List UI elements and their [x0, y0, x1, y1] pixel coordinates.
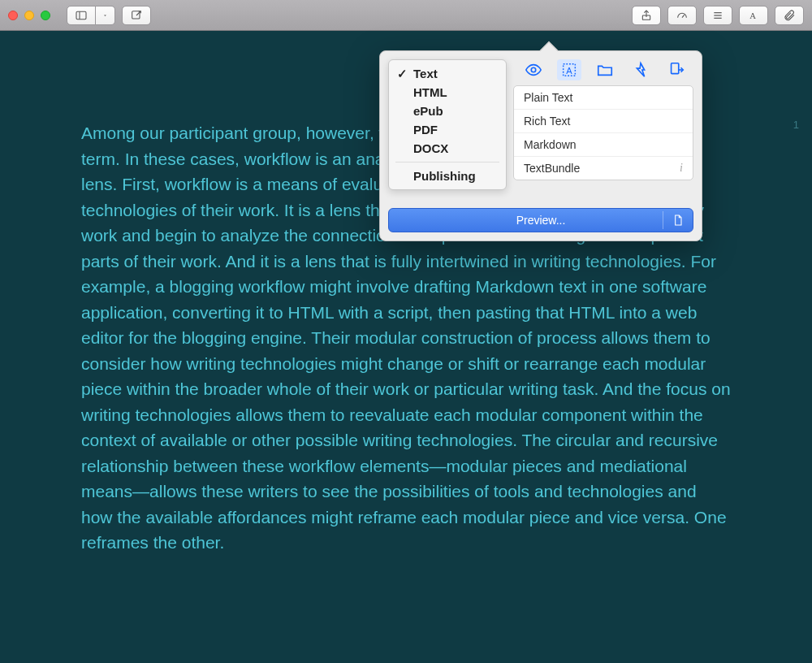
sidebar-dropdown[interactable] [96, 6, 115, 25]
list-item-label: Markdown [524, 138, 577, 151]
export-icon-row: A [513, 59, 693, 85]
lines-icon [711, 9, 724, 22]
svg-rect-2 [132, 11, 140, 18]
toolbar: A [0, 0, 812, 31]
doc-export-icon [667, 61, 686, 79]
list-item-label: Rich Text [524, 115, 570, 128]
format-dropdown: Text HTML ePub PDF DOCX Publishing [388, 59, 507, 190]
send-button[interactable] [664, 59, 689, 80]
folder-icon [595, 61, 615, 79]
select-all-icon: A [559, 61, 579, 79]
fullscreen-window-button[interactable] [41, 11, 50, 20]
paperclip-icon [783, 9, 796, 22]
font-button[interactable]: A [739, 6, 768, 25]
popover-right: A Plain Text Rich Text Markdown TextBund… [513, 59, 693, 180]
list-item-textbundle[interactable]: TextBundlei [514, 157, 693, 180]
document-icon [672, 214, 685, 227]
svg-text:A: A [566, 66, 572, 76]
popover-arrow [538, 41, 559, 51]
eye-icon [524, 61, 543, 79]
compose-button[interactable] [122, 6, 151, 25]
stats-button[interactable] [667, 6, 697, 25]
svg-point-8 [531, 67, 536, 72]
sidebar-toggle[interactable] [67, 6, 96, 25]
compose-icon [130, 9, 143, 22]
share-icon [640, 9, 653, 22]
list-item-plaintext[interactable]: Plain Text [514, 86, 693, 110]
app-arrow-icon [631, 61, 650, 79]
preview-button-label: Preview... [516, 214, 566, 227]
list-item-label: TextBundle [524, 162, 580, 175]
preview-button[interactable]: Preview... [388, 208, 693, 232]
save-button[interactable] [593, 59, 617, 80]
list-item-label: Plain Text [524, 91, 572, 104]
page-number: 1 [793, 119, 799, 131]
minimize-window-button[interactable] [24, 11, 34, 20]
format-item-pdf[interactable]: PDF [389, 120, 506, 139]
svg-rect-11 [672, 63, 679, 74]
info-icon[interactable]: i [680, 162, 683, 175]
close-window-button[interactable] [8, 11, 18, 20]
format-item-epub[interactable]: ePub [389, 102, 506, 120]
gauge-icon [676, 9, 689, 22]
format-item-text[interactable]: Text [389, 64, 506, 83]
outline-button[interactable] [703, 6, 732, 25]
format-item-html[interactable]: HTML [389, 83, 506, 102]
font-icon: A [747, 9, 760, 22]
format-item-docx[interactable]: DOCX [389, 139, 506, 158]
open-in-button[interactable] [628, 59, 653, 80]
traffic-lights [8, 11, 50, 20]
format-item-publishing[interactable]: Publishing [389, 167, 506, 185]
svg-text:A: A [749, 11, 756, 20]
svg-rect-0 [76, 11, 86, 19]
export-popover: Text HTML ePub PDF DOCX Publishing A [379, 50, 702, 241]
list-item-richtext[interactable]: Rich Text [514, 110, 693, 133]
copy-button[interactable]: A [557, 59, 581, 80]
chevron-down-icon [102, 9, 108, 22]
quicklook-button[interactable] [521, 59, 546, 80]
list-item-markdown[interactable]: Markdown [514, 133, 693, 157]
sidebar-icon [75, 9, 88, 22]
share-button[interactable] [632, 6, 661, 25]
attachments-button[interactable] [775, 6, 804, 25]
sidebar-segment [67, 6, 115, 25]
export-type-list: Plain Text Rich Text Markdown TextBundle… [513, 85, 693, 180]
